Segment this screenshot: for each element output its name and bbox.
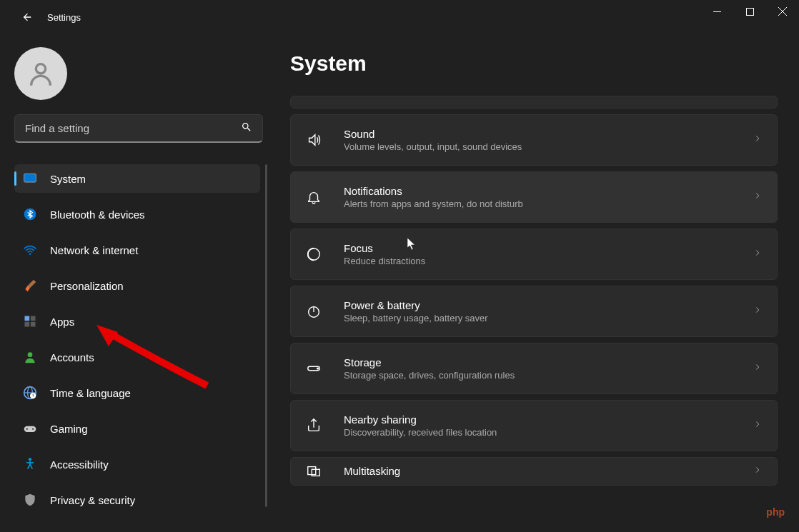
sidebar-item-accessibility[interactable]: Accessibility	[14, 450, 260, 478]
nav-list: System Bluetooth & devices Network & int…	[14, 164, 273, 532]
svg-point-21	[29, 458, 31, 461]
svg-point-26	[317, 368, 319, 369]
card-title: Power & battery	[344, 299, 753, 311]
watermark: php	[766, 506, 785, 518]
card-title: Sound	[344, 128, 753, 140]
svg-point-19	[26, 428, 29, 431]
card-title: Nearby sharing	[344, 413, 753, 426]
chevron-right-icon	[753, 419, 763, 432]
sidebar-item-label: Bluetooth & devices	[50, 209, 145, 221]
sidebar-item-bluetooth[interactable]: Bluetooth & devices	[14, 200, 260, 229]
chevron-right-icon	[753, 305, 763, 318]
chevron-right-icon	[753, 134, 763, 146]
sidebar-item-label: Accessibility	[50, 458, 109, 471]
sidebar-item-label: Personalization	[50, 280, 124, 292]
settings-cards: SoundVolume levels, output, input, sound…	[290, 96, 778, 486]
card-focus[interactable]: FocusReduce distractions	[290, 229, 778, 280]
svg-point-13	[28, 352, 33, 357]
profile[interactable]	[14, 47, 273, 100]
bluetooth-icon	[23, 207, 37, 221]
globe-icon	[23, 386, 37, 400]
avatar	[14, 47, 67, 100]
card-power[interactable]: Power & batterySleep, battery usage, bat…	[290, 286, 778, 337]
card-desc: Alerts from apps and system, do not dist…	[344, 199, 753, 209]
svg-rect-10	[31, 316, 36, 321]
sidebar-item-label: Gaming	[50, 423, 88, 435]
wifi-icon	[23, 243, 37, 257]
svg-point-20	[32, 428, 34, 431]
power-icon	[305, 303, 322, 320]
shield-icon	[23, 493, 37, 507]
svg-rect-18	[24, 426, 36, 432]
chevron-right-icon	[753, 362, 763, 375]
sidebar-item-label: System	[50, 173, 86, 185]
card-title: Multitasking	[344, 465, 753, 477]
person-icon	[23, 350, 37, 364]
gamepad-icon	[23, 421, 37, 436]
card-multitasking[interactable]: Multitasking	[290, 457, 778, 486]
storage-icon	[305, 360, 322, 377]
sidebar: System Bluetooth & devices Network & int…	[0, 34, 273, 532]
sidebar-item-accounts[interactable]: Accounts	[14, 343, 260, 371]
card-desc: Volume levels, output, input, sound devi…	[344, 141, 753, 152]
multitask-icon	[305, 463, 322, 480]
card-desc: Discoverability, received files location	[344, 427, 753, 438]
titlebar: Settings	[0, 0, 799, 34]
search-input[interactable]	[25, 122, 241, 134]
main-content: System SoundVolume levels, output, input…	[273, 34, 799, 532]
sidebar-item-personalization[interactable]: Personalization	[14, 271, 260, 300]
card-title: Notifications	[344, 185, 753, 197]
focus-icon	[305, 246, 322, 263]
sidebar-item-privacy[interactable]: Privacy & security	[14, 486, 260, 514]
sidebar-item-label: Network & internet	[50, 244, 138, 256]
svg-rect-1	[746, 8, 753, 15]
svg-rect-5	[24, 174, 36, 182]
sidebar-item-label: Apps	[50, 316, 74, 328]
sidebar-item-time[interactable]: Time & language	[14, 378, 260, 407]
card-desc: Storage space, drives, configuration rul…	[344, 370, 753, 381]
chevron-right-icon	[753, 248, 763, 261]
card-nearby-sharing[interactable]: Nearby sharingDiscoverability, received …	[290, 400, 778, 451]
minimize-button[interactable]	[700, 0, 733, 23]
sound-icon	[305, 131, 322, 149]
accessibility-icon	[23, 457, 37, 471]
chevron-right-icon	[753, 191, 763, 204]
card-storage[interactable]: StorageStorage space, drives, configurat…	[290, 343, 778, 394]
card-title: Focus	[344, 242, 753, 254]
sidebar-item-gaming[interactable]: Gaming	[14, 414, 260, 443]
page-title: System	[290, 51, 778, 76]
back-button[interactable]	[13, 3, 41, 31]
share-icon	[305, 417, 322, 434]
svg-point-4	[36, 64, 45, 74]
card-desc: Sleep, battery usage, battery saver	[344, 313, 753, 323]
svg-rect-12	[31, 322, 36, 327]
sidebar-scrollbar[interactable]	[265, 164, 267, 507]
card-desc: Reduce distractions	[344, 256, 753, 266]
sidebar-item-label: Privacy & security	[50, 494, 135, 506]
bell-icon	[305, 189, 322, 206]
svg-rect-9	[25, 316, 30, 321]
chevron-right-icon	[753, 465, 763, 478]
sidebar-item-label: Time & language	[50, 387, 131, 399]
card-notifications[interactable]: NotificationsAlerts from apps and system…	[290, 171, 778, 223]
monitor-icon	[23, 171, 37, 186]
user-icon	[26, 59, 55, 88]
sidebar-item-label: Accounts	[50, 351, 94, 363]
search-box[interactable]	[14, 114, 263, 143]
maximize-button[interactable]	[733, 0, 766, 23]
svg-point-8	[29, 254, 31, 256]
apps-icon	[23, 314, 37, 328]
app-title: Settings	[47, 12, 81, 23]
sidebar-item-apps[interactable]: Apps	[14, 307, 260, 336]
close-button[interactable]	[766, 0, 799, 23]
sidebar-item-system[interactable]: System	[14, 164, 260, 193]
sidebar-item-network[interactable]: Network & internet	[14, 236, 260, 264]
svg-rect-11	[25, 322, 30, 327]
back-icon	[21, 11, 33, 23]
card-sound[interactable]: SoundVolume levels, output, input, sound…	[290, 114, 778, 166]
brush-icon	[23, 278, 37, 293]
search-icon	[241, 121, 252, 136]
card-title: Storage	[344, 356, 753, 368]
window-controls	[700, 0, 799, 23]
card-partial[interactable]	[290, 96, 778, 109]
